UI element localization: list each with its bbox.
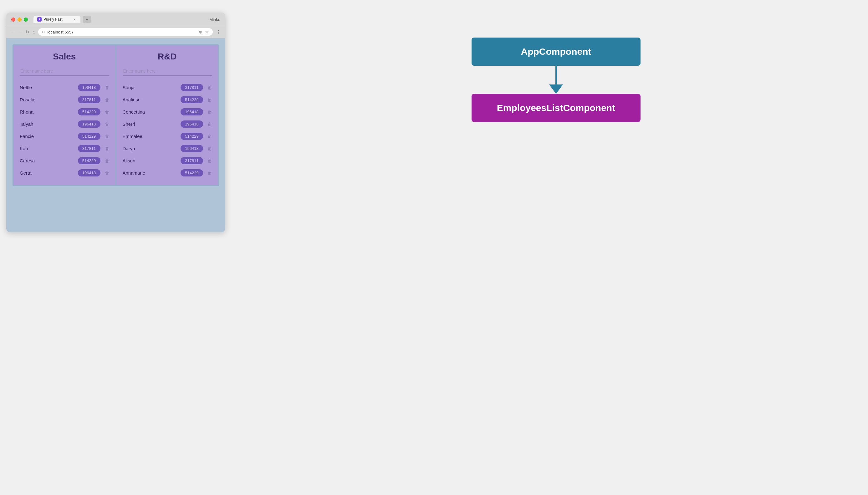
employee-name: Emmalee [123, 134, 178, 139]
browser-user-label: Minko [209, 17, 220, 22]
employee-badge: 317811 [181, 84, 203, 91]
new-tab-button[interactable]: + [83, 16, 91, 23]
employee-row: Fancie514229🗑 [20, 130, 109, 142]
employee-row: Rosalie317811🗑 [20, 93, 109, 106]
employee-name: Nettle [20, 85, 75, 90]
departments-container: SalesNettle196418🗑Rosalie317811🗑Rhona514… [13, 45, 219, 186]
address-text: localhost:5557 [47, 30, 73, 34]
delete-employee-button[interactable]: 🗑 [105, 85, 109, 90]
employee-name: Darya [123, 146, 178, 151]
employees-component-box: EmployeesListComponent [472, 94, 641, 122]
arrow-head [549, 84, 563, 94]
employee-row: Analiese514229🗑 [123, 93, 212, 106]
employee-name: Alisun [123, 158, 178, 163]
employee-badge: 514229 [181, 96, 203, 103]
delete-employee-button[interactable]: 🗑 [207, 85, 212, 90]
employee-name: Rosalie [20, 97, 75, 102]
browser-addressbar: ← → ↻ ⌂ ⊙ localhost:5557 ⊕ ☆ ⋮ [6, 26, 225, 38]
delete-employee-button[interactable]: 🗑 [105, 122, 109, 127]
delete-employee-button[interactable]: 🗑 [207, 109, 212, 115]
employee-badge: 514229 [181, 133, 203, 140]
delete-employee-button[interactable]: 🗑 [207, 158, 212, 163]
employee-name: Annamarie [123, 170, 178, 175]
employee-name: Kari [20, 146, 75, 151]
employee-name: Sonja [123, 85, 178, 90]
employee-row: Caresa514229🗑 [20, 155, 109, 167]
cast-icon[interactable]: ⊕ [199, 30, 202, 34]
dept-title-rd: R&D [123, 52, 212, 62]
employee-name: Talyah [20, 121, 75, 127]
delete-employee-button[interactable]: 🗑 [207, 134, 212, 139]
employee-badge: 317811 [78, 145, 100, 152]
delete-employee-button[interactable]: 🗑 [105, 158, 109, 163]
traffic-light-minimize[interactable] [18, 18, 22, 22]
employee-row: Alisun317811🗑 [123, 155, 212, 167]
address-actions: ⊕ ☆ [199, 30, 209, 34]
address-bar[interactable]: ⊙ localhost:5557 ⊕ ☆ [38, 28, 213, 36]
browser-titlebar: A Purely Fast × + Minko [6, 13, 225, 26]
employee-row: Rhona514229🗑 [20, 106, 109, 118]
delete-employee-button[interactable]: 🗑 [105, 146, 109, 151]
tab-close-btn[interactable]: × [72, 18, 76, 21]
employee-badge: 196418 [78, 120, 100, 128]
employee-name: Analiese [123, 97, 178, 102]
employee-name: Gerta [20, 170, 75, 175]
employee-row: Nettle196418🗑 [20, 81, 109, 93]
employee-name: Caresa [20, 158, 75, 163]
employee-row: Sonja317811🗑 [123, 81, 212, 93]
browser-window: A Purely Fast × + Minko ← → ↻ ⌂ ⊙ localh… [6, 13, 225, 232]
dept-input-rd[interactable] [123, 67, 212, 76]
dept-title-sales: Sales [20, 52, 109, 62]
employee-badge: 196418 [181, 120, 203, 128]
department-rd: R&DSonja317811🗑Analiese514229🗑Concettina… [116, 45, 218, 185]
browser-tab-active[interactable]: A Purely Fast × [33, 16, 81, 23]
employee-row: Darya196418🗑 [123, 142, 212, 155]
browser-menu-button[interactable]: ⋮ [216, 29, 221, 35]
bookmark-icon[interactable]: ☆ [205, 30, 209, 34]
delete-employee-button[interactable]: 🗑 [207, 122, 212, 127]
employee-badge: 514229 [78, 108, 100, 116]
app-component-box: AppComponent [472, 37, 641, 66]
employee-badge: 514229 [78, 133, 100, 140]
employee-row: Annamarie514229🗑 [123, 167, 212, 179]
employee-row: Emmalee514229🗑 [123, 130, 212, 142]
forward-button[interactable]: → [18, 30, 22, 34]
employee-name: Fancie [20, 134, 75, 139]
home-button[interactable]: ⌂ [33, 30, 35, 34]
employee-name: Rhona [20, 109, 75, 115]
employee-badge: 196418 [78, 84, 100, 91]
employee-badge: 514229 [181, 169, 203, 176]
back-button[interactable]: ← [11, 30, 15, 34]
traffic-light-close[interactable] [11, 18, 15, 22]
employee-row: Kari317811🗑 [20, 142, 109, 155]
delete-employee-button[interactable]: 🗑 [207, 146, 212, 151]
delete-employee-button[interactable]: 🗑 [105, 171, 109, 175]
employee-row: Gerta196418🗑 [20, 167, 109, 179]
tab-bar: A Purely Fast × + [33, 16, 206, 23]
dept-input-sales[interactable] [20, 67, 109, 76]
delete-employee-button[interactable]: 🗑 [207, 97, 212, 102]
employee-badge: 317811 [78, 96, 100, 103]
arrow-container [549, 66, 563, 94]
employee-name: Concettina [123, 109, 178, 115]
traffic-lights [11, 18, 28, 22]
employee-badge: 514229 [78, 157, 100, 164]
tab-title: Purely Fast [44, 17, 70, 22]
refresh-button[interactable]: ↻ [25, 30, 30, 34]
traffic-light-maximize[interactable] [24, 18, 28, 22]
employee-badge: 196418 [181, 145, 203, 152]
delete-employee-button[interactable]: 🗑 [105, 134, 109, 139]
employee-name: Sherri [123, 121, 178, 127]
delete-employee-button[interactable]: 🗑 [207, 171, 212, 175]
employee-row: Sherri196418🗑 [123, 118, 212, 130]
delete-employee-button[interactable]: 🗑 [105, 97, 109, 102]
employee-row: Talyah196418🗑 [20, 118, 109, 130]
employee-row: Concettina196418🗑 [123, 106, 212, 118]
employee-badge: 196418 [78, 169, 100, 176]
delete-employee-button[interactable]: 🗑 [105, 109, 109, 115]
tab-favicon: A [37, 17, 41, 22]
diagram-area: AppComponent EmployeesListComponent [250, 13, 862, 122]
employee-badge: 317811 [181, 157, 203, 164]
employee-badge: 196418 [181, 108, 203, 116]
arrow-line [556, 66, 557, 84]
